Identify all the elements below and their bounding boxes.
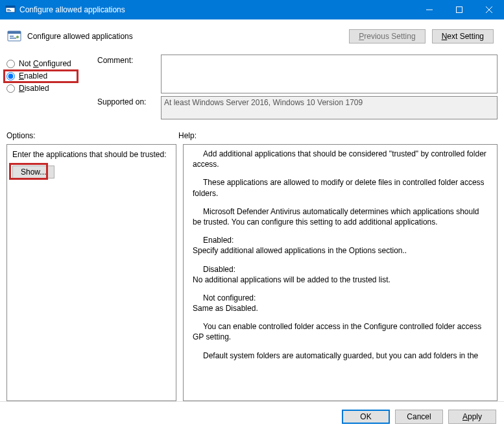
svg-rect-5 xyxy=(457,7,462,13)
maximize-button[interactable] xyxy=(444,0,474,19)
window-controls xyxy=(414,0,504,19)
help-text: You can enable controlled folder access … xyxy=(193,321,488,342)
title-bar: Configure allowed applications xyxy=(0,0,504,19)
previous-setting-button[interactable]: Previous Setting xyxy=(349,29,425,43)
disabled-label[interactable]: Disabled xyxy=(19,84,49,93)
svg-rect-9 xyxy=(8,31,21,34)
svg-rect-1 xyxy=(6,6,15,8)
options-prompt: Enter the applications that should be tr… xyxy=(12,150,171,159)
help-text: Microsoft Defender Antivirus automatical… xyxy=(193,206,488,227)
cancel-button[interactable]: Cancel xyxy=(395,410,443,424)
policy-icon xyxy=(6,29,22,44)
comment-textarea[interactable] xyxy=(161,55,498,93)
help-text: Disabled: No additional applications wil… xyxy=(193,264,488,285)
help-panel[interactable]: Add additional applications that should … xyxy=(183,144,498,401)
state-radio-group: Not Configured Enabled Disabled xyxy=(6,55,84,122)
svg-point-12 xyxy=(16,36,19,38)
page-title: Configure allowed applications xyxy=(27,32,344,41)
close-button[interactable] xyxy=(474,0,504,19)
svg-rect-10 xyxy=(10,36,14,37)
comment-label: Comment: xyxy=(97,55,156,65)
help-text: These applications are allowed to modify… xyxy=(193,177,488,198)
help-text: Enabled: Specify additional allowed appl… xyxy=(193,235,488,256)
supported-on-value: At least Windows Server 2016, Windows 10… xyxy=(161,96,498,119)
options-panel: Enter the applications that should be tr… xyxy=(6,144,176,401)
enabled-radio[interactable] xyxy=(6,72,15,80)
show-button[interactable]: Show... xyxy=(12,166,54,179)
minimize-button[interactable] xyxy=(414,0,444,19)
apply-button[interactable]: Apply xyxy=(448,410,496,424)
next-setting-button[interactable]: Next Setting xyxy=(432,29,494,43)
options-label: Options: xyxy=(6,131,178,140)
help-text: Add additional applications that should … xyxy=(193,149,488,169)
not-configured-label[interactable]: Not Configured xyxy=(19,59,71,68)
supported-on-label: Supported on: xyxy=(97,96,156,106)
enabled-label[interactable]: Enabled xyxy=(19,71,47,80)
not-configured-radio[interactable] xyxy=(6,60,15,68)
ok-button[interactable]: OK xyxy=(342,410,390,424)
app-icon xyxy=(5,5,16,15)
svg-rect-2 xyxy=(7,9,10,10)
help-label: Help: xyxy=(178,131,498,140)
window-title: Configure allowed applications xyxy=(19,5,414,14)
svg-rect-11 xyxy=(10,38,16,39)
help-text: Default system folders are automatically… xyxy=(193,351,488,361)
svg-rect-3 xyxy=(7,10,11,11)
disabled-radio[interactable] xyxy=(6,84,15,93)
help-text: Not configured: Same as Disabled. xyxy=(193,293,488,314)
dialog-button-bar: OK Cancel Apply xyxy=(0,401,504,431)
